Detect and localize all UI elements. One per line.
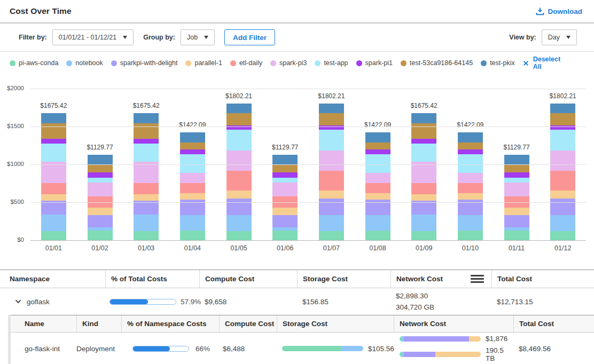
bar-segment-sparkpi-with-delight[interactable] [226, 199, 252, 216]
bar-segment-spark-pi1[interactable] [458, 149, 483, 154]
legend-item-test-53ca9186-64145[interactable]: test-53ca9186-64145 [401, 59, 473, 67]
bar-segment-test-app[interactable] [180, 154, 205, 173]
bar-segment-test-app[interactable] [458, 154, 483, 173]
bar-segment-parallel-1[interactable] [226, 191, 252, 199]
legend-item-parallel-1[interactable]: parallel-1 [185, 59, 222, 67]
add-filter-button[interactable]: Add Filter [224, 29, 275, 45]
bar-segment-pi-aws-conda[interactable] [88, 231, 113, 240]
deselect-all-button[interactable]: Deselect All [523, 56, 568, 70]
bar-segment-test-pkix[interactable] [365, 132, 390, 142]
bar-segment-test-pkix[interactable] [226, 104, 252, 113]
bar-segment-pi-aws-conda[interactable] [319, 231, 344, 240]
bar-segment-etl-daily[interactable] [319, 171, 344, 191]
bar-segment-spark-pi1[interactable] [180, 149, 205, 154]
bar-segment-spark-pi1[interactable] [88, 172, 113, 178]
bar-segment-notebook[interactable] [41, 215, 66, 231]
bar-segment-test-53ca9186-64145[interactable] [504, 165, 529, 172]
bar-segment-test-app[interactable] [319, 130, 344, 150]
bar-segment-test-app[interactable] [272, 178, 298, 183]
bar-segment-test-53ca9186-64145[interactable] [272, 165, 298, 172]
bar-segment-parallel-1[interactable] [411, 194, 436, 201]
bar-segment-test-pkix[interactable] [41, 113, 66, 123]
bar-segment-test-app[interactable] [550, 130, 575, 150]
bar-segment-etl-daily[interactable] [134, 183, 159, 194]
bar-segment-etl-daily[interactable] [226, 171, 252, 191]
bar-segment-parallel-1[interactable] [550, 191, 575, 199]
bar-segment-notebook[interactable] [365, 215, 390, 231]
bar-segment-parallel-1[interactable] [88, 208, 113, 215]
legend-item-spark-pi3[interactable]: spark-pi3 [270, 59, 307, 67]
date-range-select[interactable]: 01/01/21 - 01/12/21 [52, 29, 134, 45]
bar-segment-parallel-1[interactable] [272, 208, 298, 215]
bar-segment-spark-pi3[interactable] [550, 151, 575, 171]
bar-segment-etl-daily[interactable] [365, 183, 390, 193]
bar-segment-test-pkix[interactable] [550, 104, 575, 113]
bar-segment-spark-pi1[interactable] [134, 139, 159, 144]
bar-segment-spark-pi1[interactable] [411, 139, 436, 144]
bar-segment-test-53ca9186-64145[interactable] [550, 113, 575, 125]
legend-item-spark-pi1[interactable]: spark-pi1 [356, 59, 393, 67]
bar-segment-spark-pi1[interactable] [365, 149, 390, 154]
bar-segment-spark-pi1[interactable] [272, 172, 298, 178]
bar-segment-spark-pi3[interactable] [272, 183, 298, 196]
download-button[interactable]: Download [536, 7, 583, 15]
bar-segment-pi-aws-conda[interactable] [134, 231, 159, 240]
bar-segment-etl-daily[interactable] [180, 183, 205, 193]
bar-segment-pi-aws-conda[interactable] [226, 231, 252, 240]
bar-segment-sparkpi-with-delight[interactable] [550, 199, 575, 216]
bar-segment-etl-daily[interactable] [458, 183, 483, 193]
bar-segment-pi-aws-conda[interactable] [504, 231, 529, 240]
bar-segment-etl-daily[interactable] [41, 183, 66, 194]
bar-segment-notebook[interactable] [226, 215, 252, 231]
bar-segment-test-pkix[interactable] [319, 104, 344, 113]
bar-segment-parallel-1[interactable] [365, 193, 390, 200]
legend-item-notebook[interactable]: notebook [66, 59, 103, 67]
bar-segment-pi-aws-conda[interactable] [411, 231, 436, 240]
view-by-select[interactable]: Day [542, 29, 577, 45]
bar-segment-spark-pi1[interactable] [504, 172, 529, 178]
bar-segment-etl-daily[interactable] [550, 171, 575, 191]
legend-item-etl-daily[interactable]: etl-daily [230, 59, 262, 67]
bar-segment-test-app[interactable] [41, 144, 66, 162]
bar-segment-test-pkix[interactable] [272, 155, 298, 165]
chevron-down-icon[interactable] [15, 299, 21, 304]
bar-segment-sparkpi-with-delight[interactable] [504, 215, 529, 227]
bar-segment-test-app[interactable] [88, 178, 113, 183]
bar-segment-spark-pi3[interactable] [365, 173, 390, 183]
legend-item-test-pkix[interactable]: test-pkix [481, 59, 515, 67]
bar-segment-test-app[interactable] [411, 144, 436, 162]
group-by-select[interactable]: Job [181, 29, 215, 45]
bar-segment-parallel-1[interactable] [180, 193, 205, 200]
bar-segment-spark-pi3[interactable] [319, 151, 344, 171]
bar-segment-test-53ca9186-64145[interactable] [180, 143, 205, 150]
bar-segment-spark-pi1[interactable] [319, 125, 344, 130]
bar-segment-test-53ca9186-64145[interactable] [411, 123, 436, 139]
bar-segment-spark-pi3[interactable] [226, 151, 252, 171]
bar-segment-test-pkix[interactable] [88, 155, 113, 165]
bar-segment-parallel-1[interactable] [134, 194, 159, 201]
namespace-cell[interactable]: goflask [0, 298, 105, 306]
bar-segment-spark-pi3[interactable] [458, 173, 483, 183]
legend-item-test-app[interactable]: test-app [315, 59, 348, 67]
legend-item-pi-aws-conda[interactable]: pi-aws-conda [10, 59, 58, 67]
bar-segment-test-53ca9186-64145[interactable] [134, 123, 159, 139]
bar-segment-spark-pi1[interactable] [226, 125, 252, 130]
bar-segment-parallel-1[interactable] [41, 194, 66, 201]
bar-segment-test-pkix[interactable] [411, 113, 436, 123]
bar-segment-spark-pi3[interactable] [88, 183, 113, 196]
bar-segment-test-app[interactable] [226, 130, 252, 150]
bar-segment-test-app[interactable] [134, 144, 159, 162]
bar-segment-test-53ca9186-64145[interactable] [458, 143, 483, 150]
bar-segment-pi-aws-conda[interactable] [180, 231, 205, 240]
bar-segment-spark-pi1[interactable] [41, 139, 66, 144]
bar-segment-notebook[interactable] [134, 215, 159, 231]
bar-segment-test-pkix[interactable] [180, 132, 205, 142]
bar-segment-notebook[interactable] [319, 215, 344, 231]
bar-segment-pi-aws-conda[interactable] [550, 231, 575, 240]
bar-segment-test-pkix[interactable] [504, 155, 529, 165]
namespace-row-goflask[interactable]: goflask 57.9% $9,658 $156.85 $2,898.30 3… [0, 288, 594, 315]
bar-segment-test-53ca9186-64145[interactable] [365, 143, 390, 150]
bar-segment-test-53ca9186-64145[interactable] [41, 123, 66, 139]
bar-segment-notebook[interactable] [411, 215, 436, 231]
bar-segment-test-53ca9186-64145[interactable] [88, 165, 113, 172]
